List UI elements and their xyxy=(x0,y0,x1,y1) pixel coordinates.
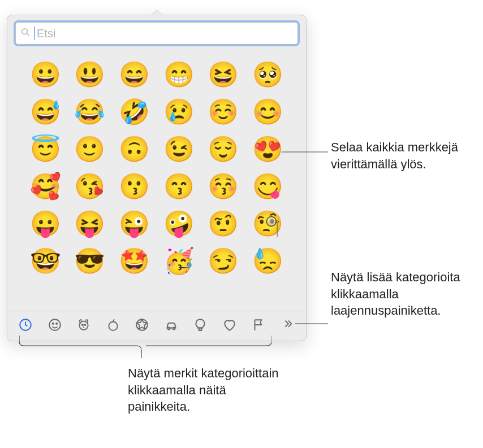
emoji-grid[interactable]: 😀😃😄😁😆🥺😅😂🤣😢☺️😊😇🙂🙃😉😌😍🥰😘😗😙😚😋😛😝😜🤪🤨🧐🤓😎🤩🥳😏😓 xyxy=(7,49,306,311)
emoji-cell[interactable]: 🤨 xyxy=(208,208,239,240)
animal-icon xyxy=(76,317,91,332)
category-activity[interactable] xyxy=(131,315,153,335)
category-bar xyxy=(7,311,306,341)
emoji-cell[interactable]: 😀 xyxy=(29,59,61,90)
emoji-cell[interactable]: 🤓 xyxy=(29,245,61,277)
category-symbols[interactable] xyxy=(218,315,241,335)
svg-point-3 xyxy=(49,319,61,330)
emoji-cell[interactable]: 😉 xyxy=(163,133,195,165)
category-travel[interactable] xyxy=(160,315,183,335)
search-icon xyxy=(20,27,34,40)
emoji-cell[interactable]: 😝 xyxy=(74,208,106,240)
emoji-cell[interactable]: 😄 xyxy=(119,59,150,90)
emoji-cell[interactable]: 😚 xyxy=(208,171,239,202)
search-input[interactable] xyxy=(36,27,293,41)
svg-point-8 xyxy=(84,324,85,325)
emoji-cell[interactable]: 😘 xyxy=(74,171,106,202)
emoji-cell[interactable]: 😂 xyxy=(74,96,106,128)
emoji-cell[interactable]: 😆 xyxy=(208,59,239,90)
heart-icon xyxy=(222,317,237,332)
emoji-cell[interactable]: 😋 xyxy=(252,171,284,202)
emoji-cell[interactable]: 🥰 xyxy=(29,171,61,202)
emoji-cell[interactable]: 😇 xyxy=(29,133,61,165)
emoji-cell[interactable]: 😍 xyxy=(252,133,284,165)
svg-point-10 xyxy=(167,328,170,330)
emoji-cell[interactable]: 🤪 xyxy=(163,208,195,240)
callout-scroll: Selaa kaikkia merkkejä vierittämällä ylö… xyxy=(331,139,472,172)
emoji-cell[interactable]: 🤣 xyxy=(119,96,150,128)
category-objects[interactable] xyxy=(189,315,212,335)
category-animals[interactable] xyxy=(72,315,95,335)
emoji-cell[interactable]: 😊 xyxy=(252,96,284,128)
travel-icon xyxy=(164,317,179,332)
emoji-cell[interactable]: 😃 xyxy=(74,59,106,90)
category-flags[interactable] xyxy=(247,315,270,335)
popover-pointer xyxy=(151,10,162,15)
flag-icon xyxy=(251,317,266,332)
smiley-icon xyxy=(48,317,62,332)
search-wrap xyxy=(7,15,306,49)
svg-point-9 xyxy=(136,319,148,330)
svg-point-0 xyxy=(22,29,28,34)
emoji-cell[interactable]: 😅 xyxy=(29,96,61,128)
emoji-cell[interactable]: 🥳 xyxy=(163,245,195,277)
emoji-cell[interactable]: 😌 xyxy=(208,133,239,165)
food-icon xyxy=(106,317,120,332)
emoji-cell[interactable]: 😛 xyxy=(29,208,61,240)
emoji-cell[interactable]: 🤩 xyxy=(119,245,150,277)
svg-point-11 xyxy=(172,328,175,330)
objects-icon xyxy=(193,317,208,332)
emoji-cell[interactable]: 😢 xyxy=(163,96,195,128)
activity-icon xyxy=(135,317,149,332)
clock-icon xyxy=(18,317,33,332)
emoji-cell[interactable]: 😗 xyxy=(119,171,150,202)
expand-button[interactable] xyxy=(277,315,299,335)
svg-point-7 xyxy=(82,324,83,325)
svg-point-5 xyxy=(56,323,57,324)
svg-point-6 xyxy=(80,321,88,330)
svg-line-1 xyxy=(27,33,29,36)
emoji-cell[interactable]: 🙃 xyxy=(119,133,150,165)
category-recent[interactable] xyxy=(14,315,37,335)
emoji-cell[interactable]: 😙 xyxy=(163,171,195,202)
emoji-cell[interactable]: ☺️ xyxy=(208,96,239,128)
emoji-cell[interactable]: 😏 xyxy=(208,245,239,277)
callout-categories: Näytä merkit kategorioittain klikkaamall… xyxy=(128,365,286,415)
svg-point-4 xyxy=(52,323,53,324)
emoji-picker-panel: 😀😃😄😁😆🥺😅😂🤣😢☺️😊😇🙂🙃😉😌😍🥰😘😗😙😚😋😛😝😜🤪🤨🧐🤓😎🤩🥳😏😓 xyxy=(7,15,307,341)
category-smileys[interactable] xyxy=(44,315,66,335)
text-caret xyxy=(34,27,34,40)
emoji-cell[interactable]: 🙂 xyxy=(74,133,106,165)
emoji-cell[interactable]: 😎 xyxy=(74,245,106,277)
emoji-cell[interactable]: 😁 xyxy=(163,59,195,90)
emoji-cell[interactable]: 🥺 xyxy=(252,59,284,90)
category-food[interactable] xyxy=(102,315,124,335)
chevron-double-right-icon xyxy=(282,317,294,332)
search-field[interactable] xyxy=(15,22,298,45)
emoji-cell[interactable]: 😜 xyxy=(119,208,150,240)
emoji-cell[interactable]: 🧐 xyxy=(252,208,284,240)
emoji-cell[interactable]: 😓 xyxy=(252,245,284,277)
callout-expand: Näytä lisää kategorioita klikkaamalla la… xyxy=(331,269,478,319)
